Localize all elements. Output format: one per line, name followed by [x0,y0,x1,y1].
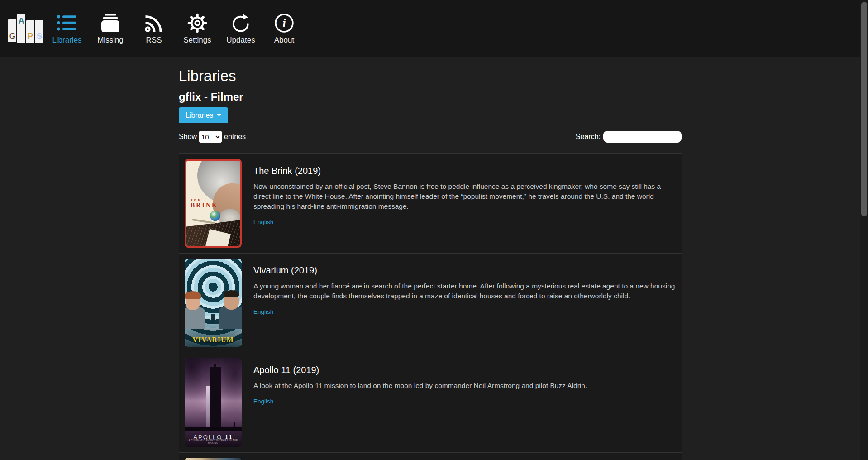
table-controls: Show 10 entries Search: [179,131,682,143]
poster-art [185,293,205,329]
movie-description: A look at the Apollo 11 mission to land … [253,381,679,391]
movie-info: Vivarium (2019) A young woman and her fi… [242,259,682,347]
nav-label: Settings [176,36,219,45]
poster-title-text: VIVARIUM [185,336,242,344]
list-icon [45,12,89,34]
movie-poster-partial[interactable] [185,458,242,460]
nav-items: Libraries Missing [45,0,306,45]
search-input[interactable] [603,131,682,143]
poster-cell: APOLLO 11 A CINEMATIC EVENT 50 YEARS IN … [185,358,242,447]
movie-info: Apollo 11 (2019) A look at the Apollo 11… [242,358,682,447]
vertical-scrollbar[interactable] [860,0,868,460]
page-title: Libraries [179,67,682,85]
movie-title: Vivarium (2019) [253,265,682,276]
nav-label: Missing [89,36,132,45]
logo-bar: P [26,20,34,43]
nav-item-about[interactable]: i About [262,0,306,45]
refresh-icon [219,12,262,34]
entries-label: entries [224,133,246,141]
poster-cell: VIVARIUM [185,259,242,347]
logo-bar: S [35,20,43,43]
movie-poster-apollo-11[interactable]: APOLLO 11 A CINEMATIC EVENT 50 YEARS IN … [185,358,242,447]
logo-letter: G [8,31,16,41]
poster-art [234,422,235,429]
svg-text:i: i [282,16,286,30]
rss-icon [132,12,176,34]
info-icon: i [262,12,306,34]
poster-cell: THE BRINK [185,159,242,248]
table-row-partial[interactable] [179,452,682,460]
top-navbar: G A P S Libraries [0,0,868,57]
nav-label: Updates [219,36,262,45]
nav-item-updates[interactable]: Updates [219,0,262,45]
logo-letter: S [35,31,43,41]
movie-poster-the-brink[interactable]: THE BRINK [185,159,242,248]
movie-poster-vivarium[interactable]: VIVARIUM [185,259,242,347]
poster-cell [185,458,242,460]
movie-title: The Brink (2019) [253,165,682,176]
nav-item-missing[interactable]: Missing [89,0,132,45]
poster-art [210,211,220,221]
scrollbar-thumb[interactable] [861,2,867,216]
logo-letter: A [17,16,25,26]
poster-art [219,292,242,329]
caret-down-icon [217,114,221,116]
nav-label: RSS [132,36,176,45]
movie-title: Apollo 11 (2019) [253,364,682,375]
nav-item-rss[interactable]: RSS [132,0,176,45]
poster-art [185,427,242,431]
show-label: Show [179,133,197,141]
libraries-dropdown-label: Libraries [186,111,213,120]
movie-info [242,458,682,460]
missing-stack-icon [89,12,132,34]
poster-art [210,367,221,429]
poster-art [206,386,210,429]
table-row-apollo-11[interactable]: APOLLO 11 A CINEMATIC EVENT 50 YEARS IN … [179,353,682,452]
nav-label: Libraries [45,36,89,45]
logo-bar: A [17,14,25,43]
library-subtitle: gflix - Filmer [179,91,682,103]
nav-item-libraries[interactable]: Libraries [45,0,89,45]
main-content: Libraries gflix - Filmer Libraries Show … [179,57,682,460]
poster-art [211,314,215,324]
gear-icon [176,12,219,34]
logo-letter: P [26,31,34,41]
language-link[interactable]: English [253,308,273,315]
page-length-control: Show 10 entries [179,131,246,143]
poster-title-text: THE BRINK [191,198,218,211]
gaps-logo[interactable]: G A P S [8,6,43,52]
libraries-dropdown-button[interactable]: Libraries [179,107,228,123]
movie-description: Now unconstrained by an official post, S… [253,182,679,211]
movie-description: A young woman and her fiancé are in sear… [253,281,679,301]
table-row-the-brink[interactable]: THE BRINK The Brink (2019) Now unconstra… [179,153,682,253]
search-control: Search: [576,131,682,143]
movie-table: THE BRINK The Brink (2019) Now unconstra… [179,153,682,460]
movie-info: The Brink (2019) Now unconstrained by an… [242,159,682,248]
logo-bar: G [8,19,16,42]
language-link[interactable]: English [253,398,273,405]
page-length-select[interactable]: 10 [199,131,222,143]
nav-label: About [262,36,306,45]
table-row-vivarium[interactable]: VIVARIUM Vivarium (2019) A young woman a… [179,253,682,353]
poster-tagline-text: A CINEMATIC EVENT 50 YEARS IN THE MAKING [185,439,242,444]
language-link[interactable]: English [253,219,273,225]
nav-item-settings[interactable]: Settings [176,0,219,45]
search-label: Search: [576,133,601,141]
